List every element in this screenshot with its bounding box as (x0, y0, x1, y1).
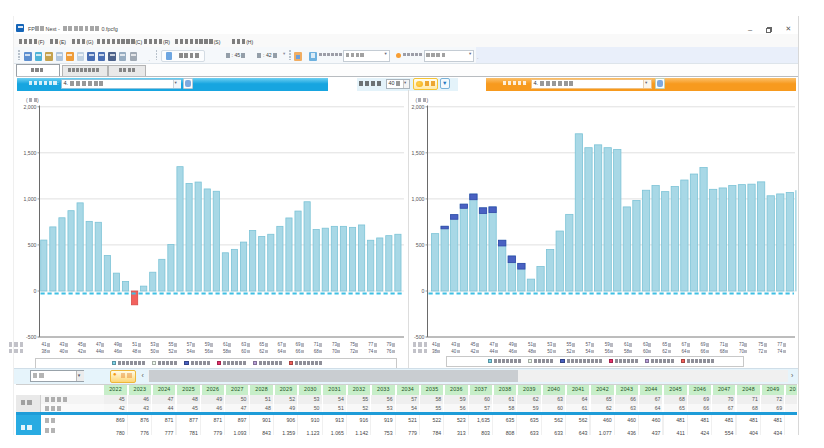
svg-text:-500: -500 (26, 334, 36, 340)
svg-text:500: 500 (28, 242, 37, 248)
svg-text:1,500: 1,500 (412, 150, 425, 156)
svg-text:2,000: 2,000 (412, 104, 425, 110)
svg-text:1,000: 1,000 (24, 196, 37, 202)
svg-text:1,500: 1,500 (24, 150, 37, 156)
svg-text:0: 0 (34, 288, 37, 294)
svg-text:500: 500 (416, 242, 425, 248)
svg-text:2,000: 2,000 (24, 104, 37, 110)
svg-text:-500: -500 (414, 334, 424, 340)
svg-text:0: 0 (422, 288, 425, 294)
svg-text:1,000: 1,000 (412, 196, 425, 202)
